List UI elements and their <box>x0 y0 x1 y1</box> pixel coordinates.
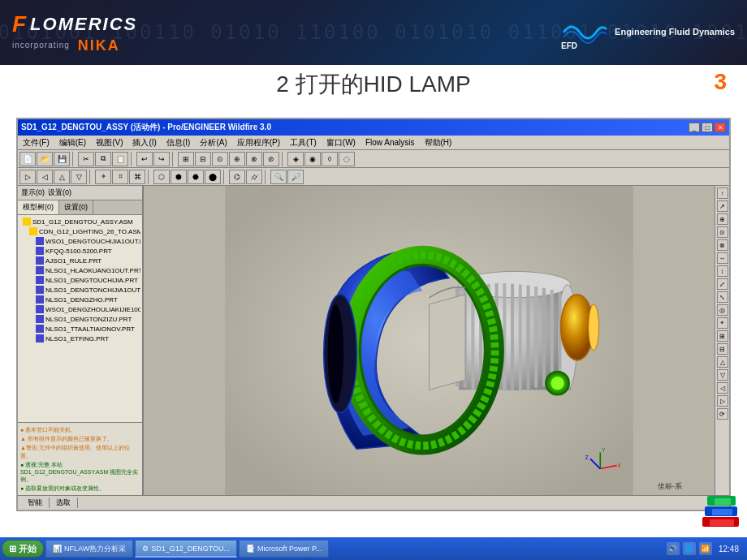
right-btn-10[interactable]: ◎ <box>717 304 728 316</box>
tool-btn9[interactable]: ◊ <box>322 152 338 166</box>
tree-item-2[interactable]: CDN_G12_LIGHTING_26_TO.ASM <box>19 226 140 236</box>
tool-copy[interactable]: ⧉ <box>95 152 111 166</box>
tool2-btn14[interactable]: 🔍 <box>270 170 287 184</box>
tree-item-12[interactable]: NLSO1_TTAALTIAIONOV.PRT <box>19 324 140 334</box>
tree-item-label-6: NLSO1_HLAOKUANG1OUT.PRT <box>45 267 140 274</box>
tool2-btn6[interactable]: ⌗ <box>112 170 128 184</box>
menu-analysis[interactable]: 分析(A) <box>198 137 228 149</box>
efd-icon: EFD <box>559 15 608 51</box>
svg-point-27 <box>551 377 563 390</box>
tool2-btn5[interactable]: ⌖ <box>95 170 111 184</box>
right-btn-2[interactable]: ↗ <box>717 200 728 212</box>
tree-tab-model[interactable]: 模型树(0) <box>18 200 59 214</box>
tool2-btn4[interactable]: ▽ <box>71 170 87 184</box>
taskbar-app-2[interactable]: ⚙ SD1_G12_DENGTOU... <box>135 540 237 558</box>
menu-view[interactable]: 视图(V) <box>94 137 124 149</box>
tool-new[interactable]: 📄 <box>19 152 36 166</box>
close-button[interactable]: ✕ <box>715 123 726 132</box>
minimize-button[interactable]: _ <box>689 123 700 132</box>
menu-insert[interactable]: 插入(I) <box>131 137 158 149</box>
tool-save[interactable]: 💾 <box>54 152 70 166</box>
tool-btn7[interactable]: ◈ <box>287 152 304 166</box>
menu-applications[interactable]: 应用程序(P) <box>235 137 282 149</box>
right-btn-14[interactable]: △ <box>717 356 728 368</box>
viewport[interactable]: X Y Z 坐标-系 <box>144 186 715 495</box>
part-icon-8 <box>36 286 44 294</box>
tool-open[interactable]: 📂 <box>37 152 53 166</box>
tree-item-4[interactable]: KFQQ-5100-5200.PRT <box>19 246 140 256</box>
menu-edit[interactable]: 编辑(E) <box>58 137 88 149</box>
tool2-btn15[interactable]: 🔎 <box>287 170 304 184</box>
tree-item-13[interactable]: NLSO1_ETFING.PRT <box>19 334 140 343</box>
tool-btn4[interactable]: ⊕ <box>229 152 245 166</box>
tool2-btn9[interactable]: ⬢ <box>171 170 187 184</box>
tree-item-11[interactable]: NLSO1_DENGTONZIZU.PRT <box>19 314 140 324</box>
coord-label: 坐标-系 <box>658 481 682 492</box>
right-btn-7[interactable]: ↕ <box>717 265 728 277</box>
taskbar-app-2-icon: ⚙ <box>142 545 149 553</box>
software-window: SD1_G12_DENGTOU_ASSY (活动件) - Pro/ENGINEE… <box>16 118 731 511</box>
right-btn-3[interactable]: ⊕ <box>717 213 728 225</box>
menu-help[interactable]: 帮助(H) <box>423 137 454 149</box>
tool2-btn2[interactable]: ◁ <box>37 170 53 184</box>
tool-btn6[interactable]: ⊘ <box>263 152 279 166</box>
right-btn-8[interactable]: ⤢ <box>717 278 728 290</box>
part-icon-13 <box>36 334 44 342</box>
tree-item-7[interactable]: NLSO1_DENGTOUCHIJIA.PRT <box>19 275 140 285</box>
taskbar-app-1[interactable]: 📊 NFLAW热力分析采 <box>45 540 133 558</box>
status-line-2: ▲ 所有组件显示的颜色已被更换了。 <box>20 434 140 443</box>
tree-item-10[interactable]: WSO1_DENGZHOULIAKIJIE100T.PRT <box>19 304 140 314</box>
menu-info[interactable]: 信息(I) <box>165 137 192 149</box>
right-btn-5[interactable]: ⊗ <box>717 239 728 251</box>
tree-item-3[interactable]: WSO1_DENGTOUCHIJIA1OUT.PRT <box>19 236 140 246</box>
right-btn-13[interactable]: ⊟ <box>717 343 728 355</box>
right-btn-4[interactable]: ⊙ <box>717 226 728 238</box>
menu-file[interactable]: 文件(F) <box>21 137 51 149</box>
tool2-btn7[interactable]: ⌘ <box>129 170 145 184</box>
right-btn-17[interactable]: ▷ <box>717 395 728 407</box>
tool-paste[interactable]: 📋 <box>112 152 128 166</box>
maximize-button[interactable]: □ <box>702 123 713 132</box>
tool-btn8[interactable]: ◉ <box>304 152 321 166</box>
taskbar-app-3-label: Microsoft Power P... <box>257 545 322 553</box>
tool2-btn10[interactable]: ⬣ <box>188 170 204 184</box>
tree-item-9[interactable]: NLSO1_DENGZHO.PRT <box>19 295 140 304</box>
tool-btn3[interactable]: ⊙ <box>212 152 228 166</box>
right-btn-15[interactable]: ▽ <box>717 369 728 381</box>
tool2-btn11[interactable]: ⬤ <box>205 170 221 184</box>
menu-flow[interactable]: Flow Analysis <box>364 138 417 147</box>
tool2-btn12[interactable]: ⌬ <box>229 170 245 184</box>
right-btn-12[interactable]: ⊞ <box>717 330 728 342</box>
tool-cut[interactable]: ✂ <box>78 152 94 166</box>
right-btn-11[interactable]: ⌖ <box>717 317 728 329</box>
menu-tools[interactable]: 工具(T) <box>288 137 318 149</box>
tool-btn2[interactable]: ⊟ <box>195 152 211 166</box>
tree-item-5[interactable]: AJSO1_RULE.PRT <box>19 256 140 265</box>
start-button[interactable]: ⊞ 开始 <box>2 540 44 558</box>
part-icon-5 <box>36 256 44 265</box>
tree-item-root[interactable]: SD1_G12_DENGTOU_ASSY.ASM <box>19 217 140 226</box>
tree-item-8[interactable]: NLSO1_DENGTONCHIJIA1OUT.PRT <box>19 285 140 295</box>
tool2-btn3[interactable]: △ <box>54 170 70 184</box>
tool-redo[interactable]: ↪ <box>153 152 170 166</box>
right-btn-9[interactable]: ⤡ <box>717 291 728 303</box>
right-btn-1[interactable]: ↑ <box>717 187 728 199</box>
menu-window[interactable]: 窗口(W) <box>325 137 357 149</box>
taskbar-app-3[interactable]: 📑 Microsoft Power P... <box>239 540 329 558</box>
right-btn-16[interactable]: ◁ <box>717 382 728 394</box>
logo-nika: NIKA <box>78 37 120 54</box>
tree-tab-settings[interactable]: 设置(0) <box>59 200 93 214</box>
tool2-btn8[interactable]: ⬡ <box>153 170 170 184</box>
taskbar-app-2-label: SD1_G12_DENGTOU... <box>151 545 230 553</box>
svg-rect-15 <box>519 285 522 390</box>
tool2-btn1[interactable]: ▷ <box>19 170 36 184</box>
tree-item-6[interactable]: NLSO1_HLAOKUANG1OUT.PRT <box>19 265 140 275</box>
tool-btn5[interactable]: ⊗ <box>246 152 262 166</box>
tool-undo[interactable]: ↩ <box>136 152 153 166</box>
tool-btn10[interactable]: ◌ <box>339 152 355 166</box>
right-btn-18[interactable]: ⟳ <box>717 408 728 420</box>
tool2-btn13[interactable]: ⌭ <box>246 170 262 184</box>
right-btn-6[interactable]: ↔ <box>717 252 728 264</box>
status-line-4: ● 透视:完整 本站SD1_G12_DENGTOU_ASSY.ASM 视图完全实… <box>20 460 140 484</box>
tool-btn1[interactable]: ⊞ <box>178 152 194 166</box>
